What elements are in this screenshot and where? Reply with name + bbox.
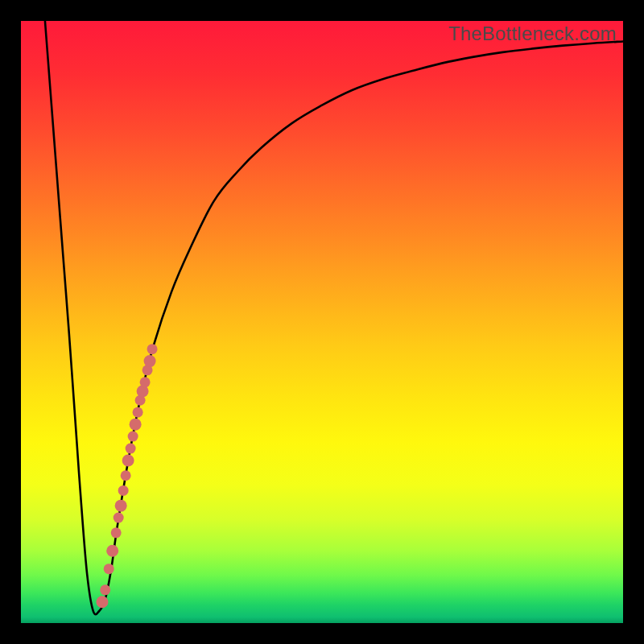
marker-dot: [118, 485, 129, 496]
marker-dot: [96, 596, 108, 608]
marker-group: [96, 344, 157, 608]
marker-dot: [106, 545, 118, 557]
plot-svg: [21, 21, 623, 623]
marker-dot: [130, 419, 142, 431]
plot-area: TheBottleneck.com: [21, 21, 623, 623]
marker-dot: [133, 407, 143, 418]
marker-dot: [114, 513, 124, 523]
marker-dot: [115, 500, 127, 512]
marker-dot: [144, 355, 156, 367]
marker-dot: [122, 455, 134, 467]
bottleneck-curve: [45, 21, 623, 614]
marker-dot: [111, 527, 122, 538]
marker-dot: [140, 377, 151, 387]
marker-dot: [100, 584, 110, 595]
marker-dot: [147, 344, 158, 354]
marker-dot: [128, 431, 138, 442]
marker-dot: [121, 470, 131, 481]
marker-dot: [126, 444, 136, 454]
marker-dot: [104, 564, 114, 574]
chart-frame: TheBottleneck.com: [0, 0, 644, 644]
